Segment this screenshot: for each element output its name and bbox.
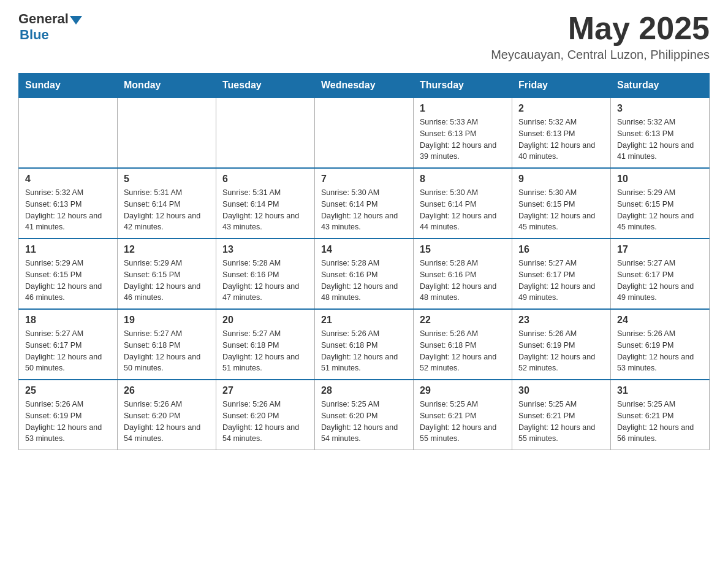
day-number: 11	[25, 244, 111, 255]
week-row-1: 1Sunrise: 5:33 AMSunset: 6:13 PMDaylight…	[19, 98, 710, 168]
day-info: Sunrise: 5:31 AMSunset: 6:14 PMDaylight:…	[124, 187, 210, 233]
calendar-cell: 10Sunrise: 5:29 AMSunset: 6:15 PMDayligh…	[611, 168, 710, 239]
day-info: Sunrise: 5:26 AMSunset: 6:19 PMDaylight:…	[617, 328, 703, 374]
day-number: 18	[25, 315, 111, 326]
calendar-header-row: SundayMondayTuesdayWednesdayThursdayFrid…	[19, 74, 710, 98]
calendar-cell: 17Sunrise: 5:27 AMSunset: 6:17 PMDayligh…	[611, 239, 710, 309]
day-info: Sunrise: 5:28 AMSunset: 6:16 PMDaylight:…	[222, 258, 308, 304]
day-info: Sunrise: 5:30 AMSunset: 6:14 PMDaylight:…	[321, 187, 407, 233]
day-info: Sunrise: 5:26 AMSunset: 6:20 PMDaylight:…	[124, 399, 210, 445]
day-number: 9	[518, 174, 604, 185]
day-info: Sunrise: 5:27 AMSunset: 6:17 PMDaylight:…	[25, 328, 111, 374]
calendar-cell: 31Sunrise: 5:25 AMSunset: 6:21 PMDayligh…	[611, 380, 710, 450]
calendar-cell: 13Sunrise: 5:28 AMSunset: 6:16 PMDayligh…	[216, 239, 315, 309]
title-section: May 2025 Meycauayan, Central Luzon, Phil…	[491, 12, 710, 62]
day-number: 14	[321, 244, 407, 255]
calendar-cell: 11Sunrise: 5:29 AMSunset: 6:15 PMDayligh…	[19, 239, 118, 309]
calendar-cell	[216, 98, 315, 168]
day-info: Sunrise: 5:27 AMSunset: 6:17 PMDaylight:…	[518, 258, 604, 304]
week-row-4: 18Sunrise: 5:27 AMSunset: 6:17 PMDayligh…	[19, 309, 710, 380]
page-header: General Blue May 2025 Meycauayan, Centra…	[18, 12, 710, 62]
day-number: 8	[420, 174, 506, 185]
calendar-cell: 27Sunrise: 5:26 AMSunset: 6:20 PMDayligh…	[216, 380, 315, 450]
col-header-friday: Friday	[512, 74, 611, 98]
day-number: 28	[321, 385, 407, 396]
day-number: 20	[222, 315, 308, 326]
calendar-cell: 1Sunrise: 5:33 AMSunset: 6:13 PMDaylight…	[414, 98, 512, 168]
day-info: Sunrise: 5:26 AMSunset: 6:20 PMDaylight:…	[222, 399, 308, 445]
calendar-cell: 8Sunrise: 5:30 AMSunset: 6:14 PMDaylight…	[414, 168, 512, 239]
calendar-cell: 3Sunrise: 5:32 AMSunset: 6:13 PMDaylight…	[611, 98, 710, 168]
logo-arrow-icon	[70, 16, 82, 25]
calendar-cell: 7Sunrise: 5:30 AMSunset: 6:14 PMDaylight…	[315, 168, 414, 239]
calendar-cell: 26Sunrise: 5:26 AMSunset: 6:20 PMDayligh…	[118, 380, 216, 450]
calendar-cell: 9Sunrise: 5:30 AMSunset: 6:15 PMDaylight…	[512, 168, 611, 239]
day-info: Sunrise: 5:29 AMSunset: 6:15 PMDaylight:…	[25, 258, 111, 304]
calendar-cell: 25Sunrise: 5:26 AMSunset: 6:19 PMDayligh…	[19, 380, 118, 450]
day-number: 17	[617, 244, 703, 255]
day-number: 6	[222, 174, 308, 185]
logo: General Blue	[18, 12, 82, 43]
day-number: 24	[617, 315, 703, 326]
day-info: Sunrise: 5:32 AMSunset: 6:13 PMDaylight:…	[617, 117, 703, 163]
day-info: Sunrise: 5:27 AMSunset: 6:18 PMDaylight:…	[222, 328, 308, 374]
day-info: Sunrise: 5:27 AMSunset: 6:17 PMDaylight:…	[617, 258, 703, 304]
calendar-cell: 5Sunrise: 5:31 AMSunset: 6:14 PMDaylight…	[118, 168, 216, 239]
calendar-cell: 18Sunrise: 5:27 AMSunset: 6:17 PMDayligh…	[19, 309, 118, 380]
day-number: 7	[321, 174, 407, 185]
day-number: 16	[518, 244, 604, 255]
day-info: Sunrise: 5:25 AMSunset: 6:20 PMDaylight:…	[321, 399, 407, 445]
calendar-cell: 15Sunrise: 5:28 AMSunset: 6:16 PMDayligh…	[414, 239, 512, 309]
calendar-cell: 21Sunrise: 5:26 AMSunset: 6:18 PMDayligh…	[315, 309, 414, 380]
day-number: 29	[420, 385, 506, 396]
calendar-cell: 6Sunrise: 5:31 AMSunset: 6:14 PMDaylight…	[216, 168, 315, 239]
day-info: Sunrise: 5:29 AMSunset: 6:15 PMDaylight:…	[124, 258, 210, 304]
day-number: 27	[222, 385, 308, 396]
day-info: Sunrise: 5:30 AMSunset: 6:15 PMDaylight:…	[518, 187, 604, 233]
calendar-cell: 22Sunrise: 5:26 AMSunset: 6:18 PMDayligh…	[414, 309, 512, 380]
calendar-cell	[118, 98, 216, 168]
col-header-saturday: Saturday	[611, 74, 710, 98]
day-number: 12	[124, 244, 210, 255]
col-header-wednesday: Wednesday	[315, 74, 414, 98]
day-number: 22	[420, 315, 506, 326]
day-number: 5	[124, 174, 210, 185]
calendar-cell: 29Sunrise: 5:25 AMSunset: 6:21 PMDayligh…	[414, 380, 512, 450]
day-number: 19	[124, 315, 210, 326]
day-number: 2	[518, 103, 604, 114]
day-info: Sunrise: 5:25 AMSunset: 6:21 PMDaylight:…	[420, 399, 506, 445]
col-header-sunday: Sunday	[19, 74, 118, 98]
day-info: Sunrise: 5:26 AMSunset: 6:19 PMDaylight:…	[518, 328, 604, 374]
day-info: Sunrise: 5:26 AMSunset: 6:18 PMDaylight:…	[321, 328, 407, 374]
day-number: 1	[420, 103, 506, 114]
calendar-cell: 14Sunrise: 5:28 AMSunset: 6:16 PMDayligh…	[315, 239, 414, 309]
day-info: Sunrise: 5:26 AMSunset: 6:19 PMDaylight:…	[25, 399, 111, 445]
day-info: Sunrise: 5:30 AMSunset: 6:14 PMDaylight:…	[420, 187, 506, 233]
calendar-cell	[315, 98, 414, 168]
logo-blue-text: Blue	[18, 27, 49, 43]
calendar-cell: 12Sunrise: 5:29 AMSunset: 6:15 PMDayligh…	[118, 239, 216, 309]
week-row-5: 25Sunrise: 5:26 AMSunset: 6:19 PMDayligh…	[19, 380, 710, 450]
calendar-cell: 24Sunrise: 5:26 AMSunset: 6:19 PMDayligh…	[611, 309, 710, 380]
calendar-table: SundayMondayTuesdayWednesdayThursdayFrid…	[18, 73, 710, 450]
day-info: Sunrise: 5:31 AMSunset: 6:14 PMDaylight:…	[222, 187, 308, 233]
day-number: 13	[222, 244, 308, 255]
calendar-cell: 23Sunrise: 5:26 AMSunset: 6:19 PMDayligh…	[512, 309, 611, 380]
day-info: Sunrise: 5:27 AMSunset: 6:18 PMDaylight:…	[124, 328, 210, 374]
day-info: Sunrise: 5:29 AMSunset: 6:15 PMDaylight:…	[617, 187, 703, 233]
day-number: 25	[25, 385, 111, 396]
day-number: 21	[321, 315, 407, 326]
col-header-thursday: Thursday	[414, 74, 512, 98]
col-header-monday: Monday	[118, 74, 216, 98]
calendar-cell: 30Sunrise: 5:25 AMSunset: 6:21 PMDayligh…	[512, 380, 611, 450]
location-subtitle: Meycauayan, Central Luzon, Philippines	[491, 48, 710, 62]
day-number: 31	[617, 385, 703, 396]
day-number: 30	[518, 385, 604, 396]
day-info: Sunrise: 5:26 AMSunset: 6:18 PMDaylight:…	[420, 328, 506, 374]
day-info: Sunrise: 5:32 AMSunset: 6:13 PMDaylight:…	[25, 187, 111, 233]
day-info: Sunrise: 5:25 AMSunset: 6:21 PMDaylight:…	[617, 399, 703, 445]
calendar-cell	[19, 98, 118, 168]
day-number: 10	[617, 174, 703, 185]
day-number: 23	[518, 315, 604, 326]
day-info: Sunrise: 5:32 AMSunset: 6:13 PMDaylight:…	[518, 117, 604, 163]
